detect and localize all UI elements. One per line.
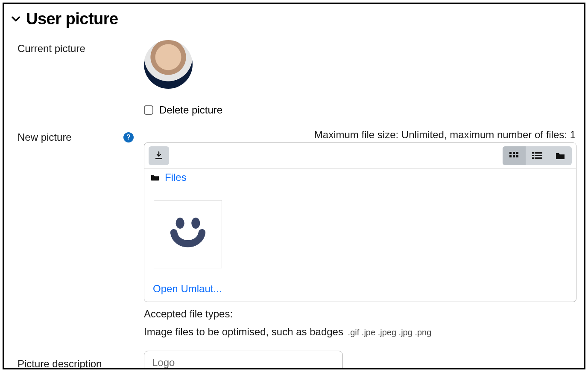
file-picker-path: Files — [144, 169, 576, 187]
svg-rect-4 — [509, 155, 512, 157]
help-icon[interactable]: ? — [123, 132, 134, 142]
svg-rect-5 — [513, 155, 515, 157]
path-root-link[interactable]: Files — [165, 171, 187, 183]
label-new-picture: New picture ? — [18, 129, 144, 143]
chevron-down-icon — [10, 13, 22, 25]
accepted-types-text: Image files to be optimised, such as bad… — [144, 326, 343, 337]
svg-rect-10 — [535, 155, 542, 156]
label-picture-description: Picture description — [18, 355, 144, 369]
view-list-button[interactable] — [526, 146, 549, 165]
svg-rect-11 — [532, 157, 534, 159]
delete-picture-row: Delete picture — [144, 104, 576, 116]
accepted-types-ext: .gif .jpe .jpeg .jpg .png — [348, 328, 432, 337]
label-new-picture-text: New picture — [18, 131, 72, 143]
svg-rect-0 — [155, 158, 162, 159]
delete-picture-label: Delete picture — [159, 104, 222, 116]
file-limit-text: Maximum file size: Unlimited, maximum nu… — [144, 129, 576, 141]
avatar — [144, 40, 193, 89]
file-picker-toolbar — [144, 143, 576, 169]
view-tree-button[interactable] — [549, 146, 572, 165]
new-picture-content: Maximum file size: Unlimited, maximum nu… — [144, 129, 576, 338]
file-tile[interactable] — [154, 200, 222, 268]
file-name-link[interactable]: Open Umlaut... — [153, 283, 570, 295]
view-grid-button[interactable] — [503, 146, 526, 165]
svg-rect-7 — [532, 152, 534, 154]
svg-point-14 — [191, 218, 200, 229]
current-picture-content: Delete picture — [144, 40, 576, 116]
section-header[interactable]: User picture — [10, 10, 576, 28]
svg-rect-12 — [535, 157, 542, 159]
svg-rect-8 — [535, 152, 542, 154]
user-picture-panel: User picture Current picture Delete pict… — [3, 3, 585, 369]
view-toggle-group — [503, 146, 572, 165]
svg-rect-2 — [513, 152, 515, 154]
file-thumbnail-icon — [164, 210, 211, 259]
row-new-picture: New picture ? Maximum file size: Unlimit… — [12, 129, 576, 338]
file-picker-body: Open Umlaut... — [144, 187, 576, 302]
picture-description-content — [144, 351, 576, 369]
svg-point-13 — [176, 218, 184, 229]
row-picture-description: Picture description — [12, 351, 576, 369]
file-picker: Files Open Umlaut... — [144, 142, 576, 302]
label-current-picture: Current picture — [18, 40, 144, 55]
svg-rect-9 — [532, 155, 534, 156]
list-icon — [532, 151, 543, 160]
accepted-types-label: Accepted file types: — [144, 308, 576, 320]
svg-rect-1 — [509, 152, 512, 154]
row-current-picture: Current picture Delete picture — [12, 40, 576, 116]
svg-rect-3 — [516, 152, 518, 154]
add-file-button[interactable] — [149, 146, 169, 165]
picture-description-input[interactable] — [144, 351, 343, 369]
accepted-types-detail: Image files to be optimised, such as bad… — [144, 326, 576, 338]
folder-icon — [150, 174, 160, 181]
section-title: User picture — [26, 10, 118, 28]
grid-icon — [509, 151, 519, 160]
folder-icon — [555, 151, 565, 160]
download-icon — [154, 151, 164, 161]
delete-picture-checkbox[interactable] — [144, 105, 153, 115]
svg-rect-6 — [516, 155, 518, 157]
